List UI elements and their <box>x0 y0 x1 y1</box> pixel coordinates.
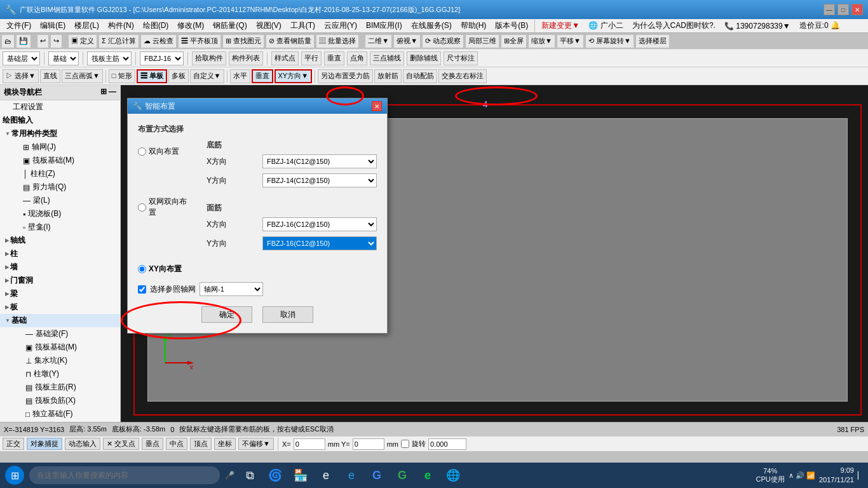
sidebar-item-raft-neg[interactable]: ▤筏板负筋(X) <box>10 394 120 407</box>
tb-del-aux[interactable]: 删除辅线 <box>407 51 441 65</box>
tb-calc[interactable]: Σ 汇总计算 <box>98 34 139 48</box>
sidebar-item-slab[interactable]: ▪现浇板(B) <box>10 207 120 220</box>
minimize-button[interactable]: — <box>824 4 835 15</box>
sidebar-item-axis[interactable]: ⊞轴网(J) <box>10 140 120 154</box>
taskbar-chrome[interactable]: G <box>392 465 412 485</box>
tb-rect[interactable]: □ 矩形 <box>109 69 135 83</box>
menu-modify[interactable]: 修改(M) <box>173 19 208 32</box>
menu-edit[interactable]: 编辑(E) <box>36 19 69 32</box>
close-button[interactable]: ✕ <box>851 4 863 15</box>
tb-2d[interactable]: 二维▼ <box>365 34 392 48</box>
tb-radial[interactable]: 放射筋 <box>374 69 402 83</box>
sidebar-item-col-cap[interactable]: ⊓柱墩(Y) <box>10 367 120 381</box>
tb-style-point[interactable]: 样式点 <box>271 51 299 65</box>
status-snap[interactable]: 对象捕捉 <box>27 438 62 450</box>
rotate-input[interactable] <box>428 438 466 450</box>
status-ortho[interactable]: 正交 <box>3 438 24 450</box>
tb-parallel[interactable]: 平行 <box>301 51 322 65</box>
taskbar-mic-icon[interactable]: 🎤 <box>225 471 234 480</box>
menu-new-change[interactable]: 新建变更▼ <box>538 19 583 32</box>
tb-auto-config[interactable]: 自动配筋 <box>403 69 437 83</box>
menu-gx2[interactable]: 🌐 广小二 <box>585 19 627 32</box>
tb-undo[interactable]: ↩ <box>37 34 49 48</box>
rotate-checkbox[interactable] <box>401 440 409 448</box>
tb-save[interactable]: 💾 <box>16 34 31 48</box>
sidebar-group-openings[interactable]: ▶ 门窗洞 <box>0 274 120 287</box>
sidebar-group-common[interactable]: ▼ 常用构件类型 <box>0 127 120 140</box>
status-top[interactable]: 顶点 <box>190 438 212 450</box>
rebar-type-select[interactable]: 筏板主筋 <box>87 51 132 65</box>
spec-select[interactable]: FBZJ-16 <box>140 51 184 65</box>
status-mid[interactable]: 中点 <box>166 438 187 450</box>
sidebar-item-raft-main[interactable]: ▤筏板主筋(R) <box>10 381 120 394</box>
status-coord[interactable]: 坐标 <box>214 438 236 450</box>
menu-phone[interactable]: 📞 13907298339▼ <box>721 20 794 32</box>
tb-cloud-check[interactable]: ☁ 云检查 <box>140 34 177 48</box>
menu-price[interactable]: 造价豆:0 🔔 <box>796 19 844 32</box>
maximize-button[interactable]: □ <box>837 4 849 15</box>
sidebar-item-isolated[interactable]: □独立基础(F) <box>10 407 120 421</box>
tb-select-floor[interactable]: 选择楼层 <box>635 34 670 48</box>
show-desktop[interactable]: ▏ <box>858 471 863 480</box>
tb-batch-select[interactable]: ▤ 批量选择 <box>316 34 359 48</box>
y-input[interactable] <box>353 438 384 450</box>
sidebar-item-found-beam[interactable]: —基础梁(F) <box>10 327 120 341</box>
radio-dual-net[interactable]: 双网双向布置 <box>138 196 194 218</box>
radio-xy[interactable]: XY向布置 <box>138 264 194 274</box>
menu-help[interactable]: 帮助(H) <box>457 19 491 32</box>
taskbar-globe[interactable]: 🌐 <box>443 465 463 485</box>
sidebar-group-column[interactable]: ▶ 柱 <box>0 247 120 261</box>
tb-vertical[interactable]: 垂直 <box>252 69 273 83</box>
sidebar-group-axis[interactable]: ▶ 轴线 <box>0 234 120 247</box>
tb-comp-list[interactable]: 构件列表 <box>229 51 263 65</box>
sidebar-group-beam2[interactable]: ▶ 梁 <box>0 287 120 301</box>
menu-floor[interactable]: 楼层(L) <box>71 19 103 32</box>
menu-file[interactable]: 文件(F) <box>3 19 35 32</box>
taskbar-ie[interactable]: e <box>341 465 362 485</box>
radio-xy-input[interactable] <box>138 265 146 273</box>
tb-local-3d[interactable]: 局部三维 <box>465 34 499 48</box>
sidebar-item-wall[interactable]: ▤剪力墙(Q) <box>10 180 120 194</box>
tb-perpendicular[interactable]: 垂直 <box>324 51 344 65</box>
radio-bidirectional[interactable]: 双向布置 <box>138 146 194 157</box>
menu-rebar[interactable]: 钢筋量(Q) <box>209 19 250 32</box>
taskbar-greenapp[interactable]: e <box>417 465 438 485</box>
tb-horizontal[interactable]: 水平 <box>230 69 250 83</box>
sidebar-group-shear-wall[interactable]: ▶ 墙 <box>0 261 120 274</box>
sidebar-item-raft-found[interactable]: ▣筏板基础(M) <box>10 154 120 167</box>
cancel-button[interactable]: 取消 <box>262 306 313 323</box>
start-button[interactable]: ⊞ <box>5 466 24 485</box>
axis-ref-checkbox[interactable] <box>138 285 146 294</box>
bottom-x-select[interactable]: FBZJ-14(C12@150) <box>262 154 377 168</box>
sidebar-item-niche[interactable]: ▫壁龛(I) <box>10 220 120 234</box>
radio-dual-net-input[interactable] <box>138 203 146 212</box>
tb-single-plate[interactable]: ☰ 单板 <box>137 69 167 83</box>
sidebar-controls[interactable]: ⊞ — <box>100 87 116 98</box>
tb-fullscreen[interactable]: ⊞全屏 <box>501 34 527 48</box>
taskbar-store[interactable]: 🏪 <box>290 465 311 485</box>
sidebar-group-foundation[interactable]: ▼ 基础 <box>0 314 120 327</box>
menu-component[interactable]: 构件(N) <box>104 19 138 32</box>
menu-draw[interactable]: 绘图(D) <box>139 19 173 32</box>
tb-exchange-mark[interactable]: 交换左右标注 <box>438 69 487 83</box>
radio-bidirectional-input[interactable] <box>138 147 146 156</box>
top-x-select[interactable]: FBZJ-16(C12@150) <box>262 217 377 231</box>
taskbar-edge[interactable]: e <box>316 465 336 485</box>
tb-redo[interactable]: ↪ <box>50 34 62 48</box>
tb-find[interactable]: ⊞ 查找图元 <box>222 34 264 48</box>
sidebar-item-engineering[interactable]: 工程设置 <box>0 100 120 114</box>
tb-dim[interactable]: 尺寸标注 <box>444 51 478 65</box>
status-cross[interactable]: ✕ 交叉点 <box>103 438 139 450</box>
tb-pick[interactable]: 拾取构件 <box>192 51 226 65</box>
taskbar-cortana[interactable]: 🌀 <box>265 465 285 485</box>
tb-other-side[interactable]: 另边布置受力筋 <box>318 69 373 83</box>
menu-bim[interactable]: BIM应用(I) <box>362 19 406 32</box>
menu-online[interactable]: 在线服务(S) <box>407 19 456 32</box>
tb-angle[interactable]: 点角 <box>347 51 367 65</box>
sidebar-item-beam[interactable]: —梁(L) <box>10 194 120 207</box>
tb-view-rebar[interactable]: ⊘ 查看钢筋量 <box>266 34 315 48</box>
menu-view[interactable]: 视图(V) <box>252 19 285 32</box>
tb-xy-dir[interactable]: XY方向▼ <box>275 69 313 83</box>
tb-select[interactable]: ▷ 选择▼ <box>3 69 39 83</box>
bottom-y-select[interactable]: FBZJ-14(C12@150) <box>262 173 377 187</box>
